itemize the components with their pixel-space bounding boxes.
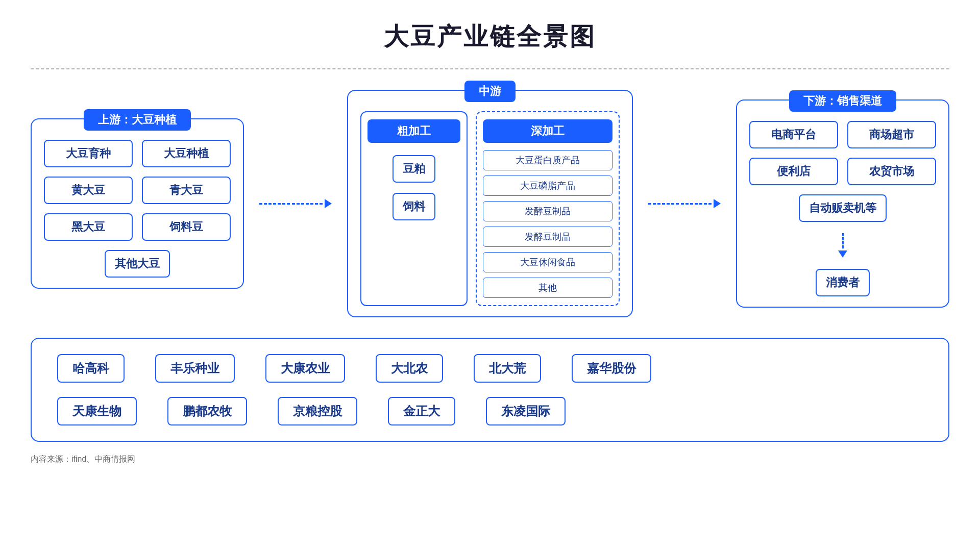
crude-box: 粗加工 豆粕 饲料 [360,111,468,306]
dashed-line-1 [259,203,290,205]
downstream-consumer-row: 消费者 [749,269,936,296]
company-pengdunonmu: 鹏都农牧 [167,397,247,425]
upstream-label: 上游：大豆种植 [84,109,191,131]
deep-item-snack: 大豆休闲食品 [483,252,612,272]
company-jiahuafen: 嘉华股份 [572,354,651,383]
downstream-vending: 自动贩卖机等 [799,194,887,222]
downstream-label: 下游：销售渠道 [789,90,896,112]
downstream-consumer: 消费者 [816,269,870,296]
downstream-grid: 电商平台 商场超市 便利店 农贸市场 自动贩卖机等 消费者 [749,121,936,296]
company-donglingguoji: 东凌国际 [486,397,566,425]
deep-item-fermented2: 发酵豆制品 [483,227,612,247]
upstream-item-siliaodou: 饲料豆 [142,213,231,241]
midstream-inner: 粗加工 豆粕 饲料 深加工 大豆蛋白质产品 大豆磷脂产品 发酵豆制品 发酵豆制品… [360,111,620,306]
footer-note: 内容来源：ifind、中商情报网 [31,454,949,465]
page-title: 大豆产业链全景图 [31,20,949,53]
upstream-item-huangdadou: 黄大豆 [44,177,133,204]
crude-item-doupo: 豆粕 [393,155,435,183]
company-jinzhengda: 金正大 [388,397,455,425]
company-tiankangshengwu: 天康生物 [57,397,137,425]
downstream-supermarket: 商场超市 [847,121,936,148]
companies-section: 哈高科 丰乐种业 大康农业 大北农 北大荒 嘉华股份 天康生物 鹏都农牧 京粮控… [31,338,949,442]
vertical-arrow-row [749,231,936,260]
deep-item-other: 其他 [483,278,612,298]
dashed-line-3 [648,203,679,205]
upstream-item-heidadou: 黑大豆 [44,213,133,241]
midstream-label: 中游 [464,81,516,102]
downstream-market: 农贸市场 [847,158,936,185]
downstream-convenience: 便利店 [749,158,838,185]
crude-items: 豆粕 饲料 [368,155,460,220]
deep-title: 深加工 [483,119,612,143]
downstream-section: 下游：销售渠道 电商平台 商场超市 便利店 农贸市场 自动贩卖机等 消费者 [736,99,949,308]
companies-row-2: 天康生物 鹏都农牧 京粮控股 金正大 东凌国际 [57,397,923,425]
crude-item-siliao: 饲料 [393,193,435,220]
company-hagaoke: 哈高科 [57,354,125,383]
arrow-upstream-to-mid [259,199,332,208]
dashed-arrow-1 [259,199,332,208]
upstream-item-daduozhongzhi: 大豆种植 [142,140,231,167]
upstream-grid: 大豆育种 大豆种植 黄大豆 青大豆 黑大豆 饲料豆 其他大豆 [44,140,231,278]
deep-item-protein: 大豆蛋白质产品 [483,150,612,170]
dashed-line-2 [292,203,323,205]
downstream-ecommerce: 电商平台 [749,121,838,148]
upstream-item-daduoyuzhong: 大豆育种 [44,140,133,167]
company-beidahuang: 北大荒 [474,354,541,383]
company-fenglezhongye: 丰乐种业 [155,354,235,383]
v-dashed-line [842,233,844,248]
companies-row-1: 哈高科 丰乐种业 大康农业 大北农 北大荒 嘉华股份 [57,354,923,383]
vertical-arrow [838,233,847,258]
downstream-vending-row: 自动贩卖机等 [749,194,936,222]
deep-box: 深加工 大豆蛋白质产品 大豆磷脂产品 发酵豆制品 发酵豆制品 大豆休闲食品 其他 [476,111,620,306]
arrow-mid-to-downstream [648,199,721,208]
deep-item-phospholipid: 大豆磷脂产品 [483,176,612,196]
upstream-single-row: 其他大豆 [44,250,231,278]
v-arrow-head [838,251,847,258]
company-dakangnonye: 大康农业 [265,354,345,383]
upstream-item-qitadadou: 其他大豆 [105,250,170,278]
upstream-item-qingdadou: 青大豆 [142,177,231,204]
midstream-section: 中游 粗加工 豆粕 饲料 深加工 大豆蛋白质产品 大豆磷脂产品 发酵豆制品 发酵… [347,90,633,317]
upstream-section: 上游：大豆种植 大豆育种 大豆种植 黄大豆 青大豆 黑大豆 饲料豆 其他大豆 [31,118,244,289]
deep-item-fermented1: 发酵豆制品 [483,201,612,221]
company-jingliangkonggu: 京粮控股 [278,397,357,425]
arrow-head-1 [325,199,332,208]
arrow-head-2 [714,199,721,208]
deep-items: 大豆蛋白质产品 大豆磷脂产品 发酵豆制品 发酵豆制品 大豆休闲食品 其他 [483,150,612,298]
company-dabeifeng: 大北农 [376,354,443,383]
crude-title: 粗加工 [368,119,460,143]
section-divider [31,68,949,69]
main-diagram: 上游：大豆种植 大豆育种 大豆种植 黄大豆 青大豆 黑大豆 饲料豆 其他大豆 中… [31,90,949,317]
dashed-arrow-2 [648,199,721,208]
dashed-line-4 [681,203,712,205]
